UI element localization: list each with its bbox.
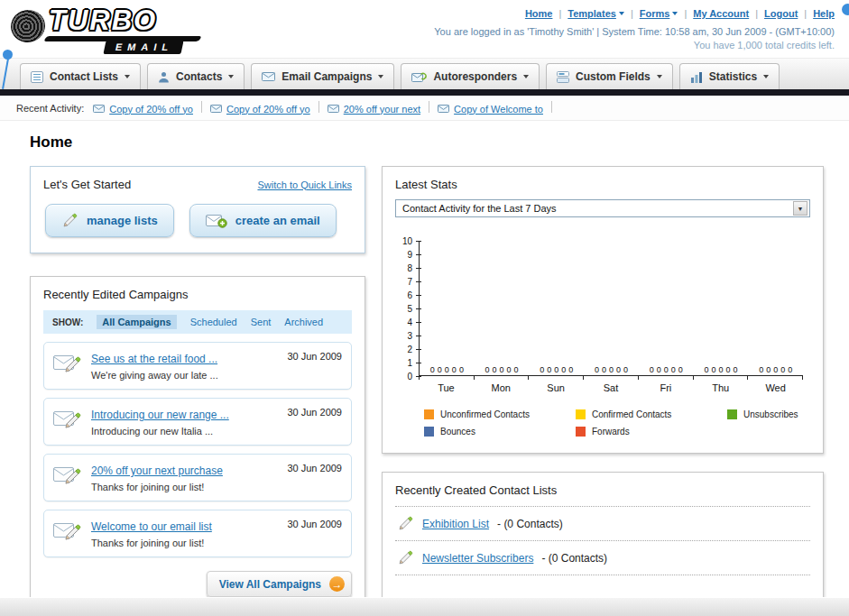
campaign-row: Welcome to our email listThanks for join…	[43, 510, 352, 557]
x-axis-label: Wed	[748, 382, 803, 393]
filter-scheduled[interactable]: Scheduled	[190, 317, 237, 327]
bar-value-label: 0	[664, 365, 669, 374]
legend-swatch	[727, 409, 737, 419]
plot-area: 00000000000000000000000000000000000	[419, 241, 803, 376]
tab-contact-lists[interactable]: Contact Lists	[20, 63, 141, 89]
recent-activity-item: Copy of 20% off yo	[93, 104, 193, 115]
tab-label: Contacts	[176, 70, 222, 83]
recent-activity-link[interactable]: Copy of Welcome to	[454, 104, 543, 115]
campaign-title-link[interactable]: Welcome to our email list	[91, 520, 212, 533]
top-nav-help[interactable]: Help	[813, 8, 835, 19]
bar-value-label: 0	[759, 365, 763, 374]
y-axis-label: 6	[407, 290, 412, 300]
filter-all-campaigns[interactable]: All Campaigns	[97, 315, 176, 329]
right-column: Latest Stats Contact Activity for the La…	[382, 166, 824, 616]
tab-custom-fields[interactable]: Custom Fields	[546, 63, 673, 89]
switch-quick-links-link[interactable]: Switch to Quick Links	[257, 179, 352, 190]
campaign-date: 30 Jun 2009	[287, 463, 342, 473]
main-nav-tabs: Contact ListsContactsEmail CampaignsAuto…	[0, 58, 849, 89]
left-column: Let's Get Started Switch to Quick Links …	[30, 166, 365, 611]
tab-label: Autoresponders	[433, 70, 517, 83]
recent-activity-link[interactable]: Copy of 20% off yo	[109, 104, 193, 115]
legend-item-confirmed-contacts: Confirmed Contacts	[576, 409, 727, 419]
bar-value-label: 0	[540, 365, 544, 374]
top-nav: Home|Templates|Forms|My Account|Logout|H…	[525, 8, 835, 19]
contact-list-detail: - (0 Contacts)	[497, 518, 563, 530]
bar-value-label: 0	[788, 365, 792, 374]
get-started-title: Let's Get Started	[43, 178, 131, 191]
separator	[551, 101, 552, 113]
email-campaigns-icon	[262, 72, 275, 81]
y-axis-label: 10	[402, 236, 412, 246]
top-nav-templates[interactable]: Templates	[568, 8, 624, 19]
logo: TURBO EMAIL	[7, 5, 233, 53]
axis-tick	[416, 322, 421, 323]
tab-contacts[interactable]: Contacts	[147, 63, 245, 89]
tab-label: Email Campaigns	[281, 70, 372, 83]
legend-item-forwards: Forwards	[576, 427, 727, 437]
axis-tick	[416, 241, 421, 242]
chevron-down-icon	[228, 75, 234, 78]
legend-item-unsubscribes: Unsubscribes	[727, 409, 803, 419]
campaign-row: See us at the retail food ...We're givin…	[43, 342, 352, 390]
contact-lists-icon	[31, 71, 43, 83]
top-nav-my-account[interactable]: My Account	[693, 8, 749, 19]
header: TURBO EMAIL Home|Templates|Forms|My Acco…	[0, 0, 849, 58]
bar-value-label: 0	[493, 365, 497, 374]
separator: |	[755, 8, 758, 19]
y-axis-label: 1	[407, 358, 412, 368]
y-axis-label: 4	[407, 317, 412, 327]
bar-value-label: 0	[711, 365, 715, 374]
legend-swatch	[576, 409, 586, 419]
campaign-subtitle: We're giving away our late ...	[91, 370, 342, 381]
bar-value-label: 0	[773, 365, 778, 374]
recent-activity-items: Copy of 20% off yoCopy of 20% off yo20% …	[93, 101, 560, 115]
campaign-subtitle: Introducing our new Italia ...	[91, 426, 342, 437]
contact-list-link[interactable]: Exhibition List	[422, 518, 489, 530]
nav-divider-bar	[0, 89, 849, 96]
manage-lists-button[interactable]: manage lists	[45, 204, 174, 237]
filter-archived[interactable]: Archived	[284, 317, 323, 327]
tab-autoresponders[interactable]: Autoresponders	[401, 63, 540, 89]
campaign-list: See us at the retail food ...We're givin…	[43, 342, 352, 557]
chevron-down-icon	[378, 75, 383, 78]
separator	[429, 101, 429, 113]
envelope-icon	[438, 105, 449, 113]
separator: |	[631, 8, 633, 19]
contact-list-row: Newsletter Subscribers- (0 Contacts)	[395, 541, 810, 575]
bar-value-label: 0	[609, 365, 614, 374]
campaign-date: 30 Jun 2009	[287, 407, 342, 418]
recent-contact-lists-panel: Recently Created Contact Lists Exhibitio…	[382, 472, 824, 616]
contact-list-link[interactable]: Newsletter Subscribers	[422, 552, 533, 565]
create-email-button[interactable]: create an email	[189, 204, 337, 237]
top-nav-home[interactable]: Home	[525, 8, 553, 19]
tab-email-campaigns[interactable]: Email Campaigns	[251, 63, 394, 89]
campaign-title-link[interactable]: Introducing our new range ...	[91, 409, 229, 421]
y-axis-label: 3	[407, 331, 412, 341]
tab-statistics[interactable]: Statistics	[679, 63, 780, 89]
top-nav-forms[interactable]: Forms	[640, 8, 678, 19]
envelope-icon	[210, 105, 222, 113]
legend-label: Bounces	[440, 427, 475, 437]
stats-range-select[interactable]: Contact Activity for the Last 7 Days ▼	[395, 199, 810, 217]
x-axis-label: Tue	[419, 382, 474, 393]
pencil-icon	[61, 212, 78, 229]
top-nav-logout[interactable]: Logout	[764, 8, 798, 19]
decor-dot-right	[842, 4, 849, 15]
bar-value-label: 0	[445, 365, 449, 374]
bar-group-wed: 00000	[748, 365, 803, 375]
recent-activity-item: Copy of Welcome to	[438, 104, 543, 115]
filter-sent[interactable]: Sent	[251, 317, 272, 327]
chevron-down-icon	[763, 75, 769, 78]
bar-value-label: 0	[547, 365, 551, 374]
axis-tick	[748, 376, 803, 380]
view-all-campaigns-button[interactable]: View All Campaigns →	[207, 571, 352, 597]
chevron-down-icon	[672, 12, 678, 15]
recent-activity-link[interactable]: 20% off your next	[344, 104, 420, 115]
axis-tick	[475, 376, 530, 380]
recent-activity-link[interactable]: Copy of 20% off yo	[226, 104, 310, 115]
campaign-title-link[interactable]: See us at the retail food ...	[91, 353, 217, 365]
campaign-title-link[interactable]: 20% off your next purchase	[91, 464, 223, 477]
contact-activity-chart: 109876543210 000000000000000000000000000…	[397, 241, 803, 437]
envelope-pencil-icon	[53, 519, 82, 543]
